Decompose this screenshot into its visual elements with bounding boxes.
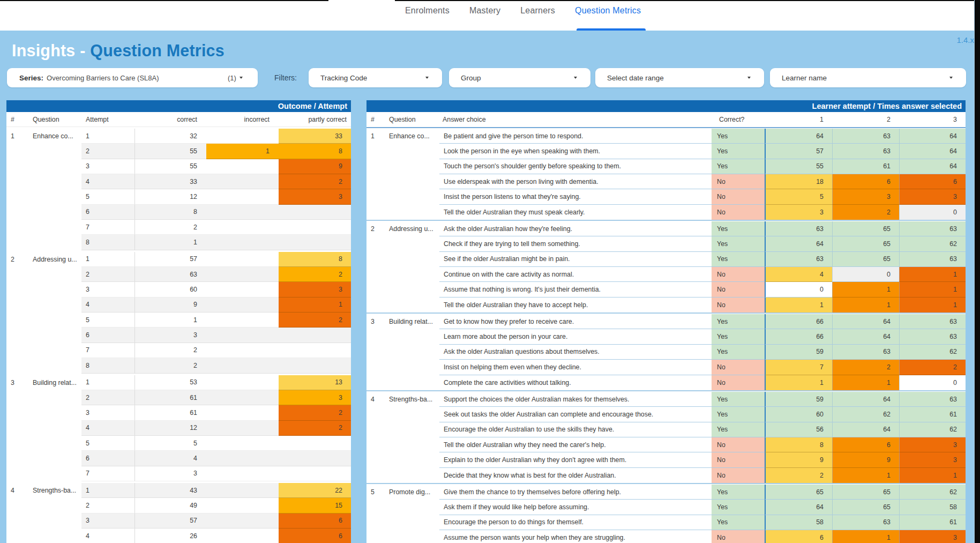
attempt-cell: 4	[81, 297, 134, 313]
correct-flag-cell: Yes	[712, 422, 765, 437]
attempt-count-cell: 63	[832, 144, 899, 159]
table-row: Continue on with the care activity as no…	[439, 267, 966, 282]
attempt-count-cell: 64	[899, 159, 966, 174]
correct-flag-cell: No	[712, 452, 765, 467]
answer-choice-cell: Tell the older Australian they must spea…	[439, 205, 712, 220]
question-group-header: 4Strengths-ba...	[366, 392, 439, 483]
attempt-count-cell: 59	[765, 392, 832, 407]
attempt-count-cell: 57	[765, 144, 832, 159]
attempt-count-cell: 62	[832, 407, 899, 422]
correct-flag-cell: Yes	[712, 129, 765, 144]
incorrect-cell	[206, 159, 279, 174]
page-title-space	[86, 41, 91, 59]
table-row: Give them the chance to try themselves b…	[439, 485, 966, 500]
correct-cell: 33	[134, 174, 206, 189]
table-header-row: #QuestionAnswer choiceCorrect?123	[366, 112, 966, 128]
attempt-count-cell: 56	[765, 422, 832, 437]
question-name: Strengths-ba...	[386, 392, 439, 407]
attempt-count-cell: 3	[899, 189, 966, 204]
attempt-cell: 1	[81, 252, 134, 267]
attempt-count-cell: 66	[765, 329, 832, 344]
attempt-count-cell: 3	[899, 452, 966, 467]
tab-mastery[interactable]: Mastery	[469, 6, 500, 16]
table-row: 3612	[81, 405, 351, 420]
date-range-dropdown[interactable]: Select date range	[595, 68, 764, 87]
incorrect-cell	[206, 297, 279, 313]
window-border-right	[974, 0, 980, 543]
correct-flag-cell: No	[712, 267, 765, 282]
attempt-count-cell: 1	[899, 468, 966, 483]
correct-cell: 1	[134, 235, 206, 250]
chevron-down-icon	[747, 77, 751, 79]
attempt-count-cell: 63	[765, 252, 832, 267]
correct-cell: 2	[134, 220, 206, 235]
correct-cell: 43	[134, 483, 206, 498]
question-number: 3	[366, 314, 386, 329]
tab-question-metrics[interactable]: Question Metrics	[575, 6, 641, 16]
attempt-cell: 2	[81, 144, 134, 159]
answer-choice-cell: Ask them if they would like help before …	[439, 500, 712, 515]
table-row: Assume the person wants your help when t…	[439, 530, 966, 543]
question-group-header: 1Enhance co...	[366, 129, 439, 220]
partly-correct-cell: 8	[279, 144, 351, 159]
question-group: 2Addressing u...157826323603491512637282	[6, 252, 351, 374]
column-header: Question	[29, 112, 81, 127]
question-name: Addressing u...	[386, 221, 439, 236]
question-name: Strengths-ba...	[29, 483, 81, 498]
table-row: Use elderspeak with the person living wi…	[439, 174, 966, 189]
table-row: 72	[81, 343, 351, 358]
nav-tabs: Enrolments Mastery Learners Question Met…	[405, 6, 641, 16]
incorrect-cell	[206, 220, 279, 235]
answer-choice-cell: Be patient and give the person time to r…	[439, 129, 712, 144]
attempt-count-cell: 64	[765, 129, 832, 144]
table-row: 25518	[81, 144, 351, 159]
answer-choice-cell: Support the choices the older Australian…	[439, 392, 712, 407]
question-number: 1	[366, 129, 386, 144]
correct-flag-cell: Yes	[712, 485, 765, 500]
attempt-cell: 3	[81, 405, 134, 420]
table-row: Learn more about the person in your care…	[439, 329, 966, 344]
table-title-text: Outcome / Attempt	[278, 102, 347, 110]
correct-flag-cell: Yes	[712, 345, 765, 360]
question-name: Enhance co...	[386, 129, 439, 144]
correct-cell: 63	[134, 267, 206, 282]
tab-enrolments[interactable]: Enrolments	[405, 6, 450, 16]
incorrect-cell	[206, 358, 279, 373]
attempt-cell: 6	[81, 205, 134, 220]
table-row: 15313	[81, 375, 351, 390]
correct-flag-cell: No	[712, 360, 765, 375]
group-dropdown[interactable]: Group	[449, 68, 590, 87]
correct-flag-cell: Yes	[712, 236, 765, 251]
correct-flag-cell: No	[712, 468, 765, 483]
learner-attempt-table: Learner attempt / Times answer selected#…	[366, 100, 966, 543]
table-row: Tell the older Australian why they need …	[439, 437, 966, 452]
correct-flag-cell: No	[712, 530, 765, 543]
question-number: 5	[366, 485, 386, 500]
attempt-count-cell: 0	[899, 375, 966, 390]
learner-name-dropdown[interactable]: Learner name	[770, 68, 966, 87]
partly-correct-cell: 2	[279, 421, 351, 436]
partly-correct-cell	[279, 436, 351, 451]
attempt-count-cell: 6	[832, 174, 899, 189]
question-name: Building relat...	[29, 375, 81, 390]
tab-learners[interactable]: Learners	[520, 6, 555, 16]
table-row: Ask the older Australian how they're fee…	[439, 221, 966, 236]
correct-cell: 9	[134, 297, 206, 313]
active-tab-underline	[577, 28, 646, 31]
attempt-count-cell: 1	[832, 375, 899, 390]
question-group: 2Addressing u...Ask the older Australian…	[366, 221, 966, 314]
answer-choice-cell: Use elderspeak with the person living wi…	[439, 174, 712, 189]
partly-correct-cell	[279, 343, 351, 358]
correct-cell: 4	[134, 451, 206, 466]
partly-correct-cell	[279, 220, 351, 235]
correct-cell: 49	[134, 498, 206, 513]
attempt-count-cell: 0	[832, 267, 899, 282]
table-row: 3603	[81, 282, 351, 297]
table-row: 82	[81, 358, 351, 373]
tracking-code-dropdown[interactable]: Tracking Code	[309, 68, 442, 87]
chevron-down-icon	[425, 77, 429, 79]
attempt-count-cell: 18	[765, 174, 832, 189]
series-filter-dropdown[interactable]: Series: Overcoming Barriers to Care (SL8…	[7, 68, 258, 87]
attempt-count-cell: 66	[765, 314, 832, 329]
question-group-header: 2Addressing u...	[6, 252, 81, 374]
